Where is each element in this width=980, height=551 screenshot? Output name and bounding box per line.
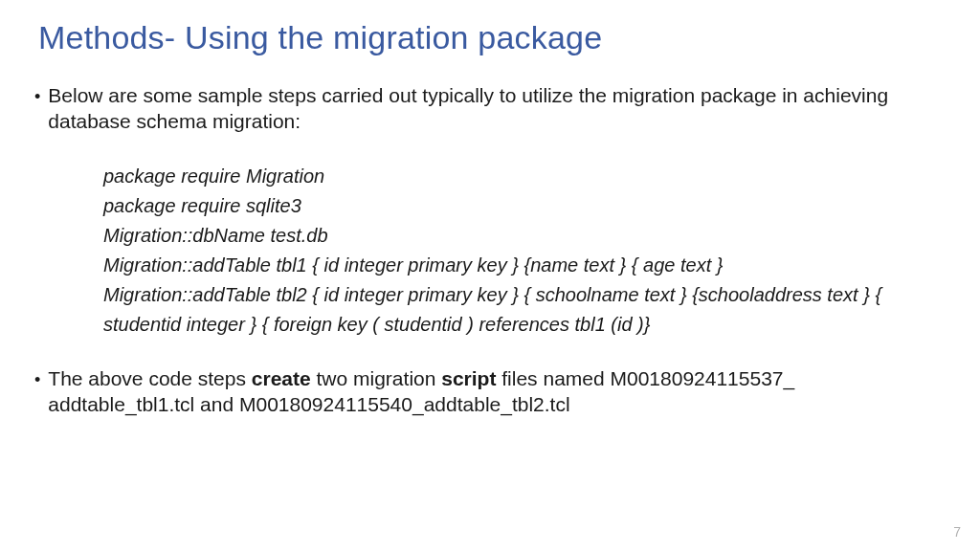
bullet-marker: • (34, 366, 48, 393)
bullet-marker: • (34, 83, 48, 110)
page-number: 7 (953, 524, 961, 540)
code-line: Migration::addTable tbl1 { id integer pr… (103, 251, 932, 280)
slide-content: • Below are some sample steps carried ou… (0, 56, 980, 418)
outro-mid: two migration (311, 367, 442, 389)
bullet-intro: • Below are some sample steps carried ou… (48, 83, 932, 135)
code-line: Migration::dbName test.db (103, 221, 932, 251)
slide-title: Methods- Using the migration package (0, 0, 980, 56)
outro-bold-create: create (252, 367, 311, 389)
bullet-outro: • The above code steps create two migrat… (48, 366, 932, 418)
code-line: package require Migration (103, 162, 932, 191)
outro-pre: The above code steps (48, 367, 251, 389)
outro-bold-script: script (441, 367, 496, 389)
code-line: Migration::addTable tbl2 { id integer pr… (103, 280, 932, 340)
code-block: package require Migration package requir… (103, 162, 932, 340)
bullet-intro-text: Below are some sample steps carried out … (48, 83, 932, 135)
code-line: package require sqlite3 (103, 191, 932, 221)
bullet-outro-text: The above code steps create two migratio… (48, 366, 932, 418)
